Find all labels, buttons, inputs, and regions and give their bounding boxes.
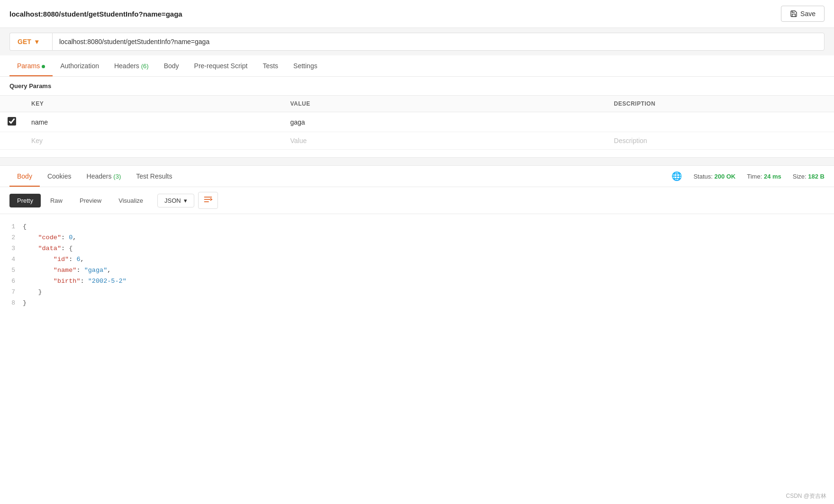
globe-icon: 🌐 [671,171,682,181]
tab-headers-label: Headers [114,62,141,70]
empty-key-cell [24,132,282,150]
response-status-right: 🌐 Status: 200 OK Time: 24 ms Size: 182 B [671,171,825,181]
row-key-cell [24,112,282,132]
tab-tests[interactable]: Tests [255,55,286,76]
line-num-6: 6 [0,276,23,287]
time-label: Time: 24 ms [747,173,781,180]
col-key: KEY [24,96,282,112]
line-num-3: 3 [0,243,23,254]
row-checkbox[interactable] [8,117,16,126]
method-label: GET [18,38,31,45]
row-desc-input[interactable] [614,118,826,126]
format-tab-preview[interactable]: Preview [72,194,109,207]
col-checkbox [0,96,24,112]
resp-tab-test-results[interactable]: Test Results [128,166,180,187]
empty-value-input[interactable] [290,137,598,144]
title-bar: localhost:8080/student/getStudentInfo?na… [0,0,834,28]
tab-tests-label: Tests [263,62,278,70]
line-num-2: 2 [0,233,23,243]
tab-params-label: Params [17,62,40,70]
tab-body-label: Body [164,62,179,70]
time-value: 24 ms [764,173,781,180]
code-view: 1 { 2 "code": 0, 3 "data": { 4 "id": 6, … [0,214,834,316]
save-label: Save [800,10,816,18]
wrap-icon [203,195,213,204]
tab-authorization[interactable]: Authorization [53,55,107,76]
row-key-input[interactable] [31,118,275,126]
url-input[interactable] [52,33,825,51]
headers-badge: (6) [141,63,149,70]
response-format-bar: Pretty Raw Preview Visualize JSON ▾ [0,187,834,214]
tab-authorization-label: Authorization [60,62,99,70]
code-line-7: 7 } [0,287,834,298]
empty-checkbox-cell [0,132,24,150]
save-icon [790,10,798,18]
empty-desc-input[interactable] [614,137,826,144]
empty-value-cell [282,132,606,150]
resp-tab-cookies-label: Cookies [47,172,72,180]
code-line-3: 3 "data": { [0,243,834,254]
method-chevron: ▾ [35,38,38,45]
line-num-4: 4 [0,254,23,265]
row-value-input[interactable] [290,118,598,126]
title-url: localhost:8080/student/getStudentInfo?na… [9,10,182,18]
tab-settings[interactable]: Settings [286,55,325,76]
size-value: 182 B [808,173,825,180]
method-select[interactable]: GET ▾ [9,33,52,51]
resp-tab-headers-label: Headers [87,172,114,180]
json-format-select[interactable]: JSON ▾ [157,194,194,207]
line-num-7: 7 [0,287,23,297]
tab-params[interactable]: Params [9,55,53,76]
resp-tab-test-results-label: Test Results [136,172,172,180]
request-bar: GET ▾ [0,28,834,55]
code-line-5: 5 "name": "gaga", [0,265,834,276]
resp-tab-cookies[interactable]: Cookies [40,166,79,187]
section-divider [0,157,834,166]
table-row [0,112,834,132]
request-tabs-bar: Params Authorization Headers (6) Body Pr… [0,55,834,77]
line-num-1: 1 [0,222,23,232]
response-tabs-bar: Body Cookies Headers (3) Test Results 🌐 … [0,166,834,187]
params-table: KEY VALUE DESCRIPTION [0,95,834,150]
col-value: VALUE [282,96,606,112]
code-line-6: 6 "birth": "2002-5-2" [0,276,834,287]
format-tab-raw[interactable]: Raw [43,194,70,207]
resp-tab-body[interactable]: Body [9,166,40,187]
resp-headers-badge: (3) [113,173,121,180]
query-params-label: Query Params [9,82,51,90]
resp-tab-body-label: Body [17,172,32,180]
row-value-cell [282,112,606,132]
query-params-header: Query Params [0,77,834,95]
line-num-5: 5 [0,265,23,276]
tab-prerequest-label: Pre-request Script [194,62,248,70]
tab-headers[interactable]: Headers (6) [107,55,156,76]
code-line-4: 4 "id": 6, [0,254,834,265]
json-format-chevron: ▾ [184,197,187,204]
row-checkbox-cell [0,112,24,132]
row-desc-cell [607,112,834,132]
resp-tab-headers[interactable]: Headers (3) [79,166,129,187]
tab-body[interactable]: Body [156,55,187,76]
save-button[interactable]: Save [781,6,825,22]
response-tabs-left: Body Cookies Headers (3) Test Results [9,166,180,187]
format-tab-pretty[interactable]: Pretty [9,194,41,207]
json-format-label: JSON [164,197,181,204]
code-line-1: 1 { [0,222,834,233]
status-value: 200 OK [714,173,735,180]
tab-settings-label: Settings [293,62,317,70]
status-label: Status: 200 OK [693,173,735,180]
size-label: Size: 182 B [793,173,825,180]
line-num-8: 8 [0,298,23,308]
params-dot [42,65,45,68]
format-tab-visualize[interactable]: Visualize [111,194,151,207]
tab-prerequest[interactable]: Pre-request Script [187,55,255,76]
table-row-empty [0,132,834,150]
col-description: DESCRIPTION [607,96,834,112]
code-line-8: 8 } [0,298,834,309]
empty-desc-cell [607,132,834,150]
wrap-button[interactable] [198,192,218,209]
code-line-2: 2 "code": 0, [0,233,834,243]
empty-key-input[interactable] [31,137,275,144]
